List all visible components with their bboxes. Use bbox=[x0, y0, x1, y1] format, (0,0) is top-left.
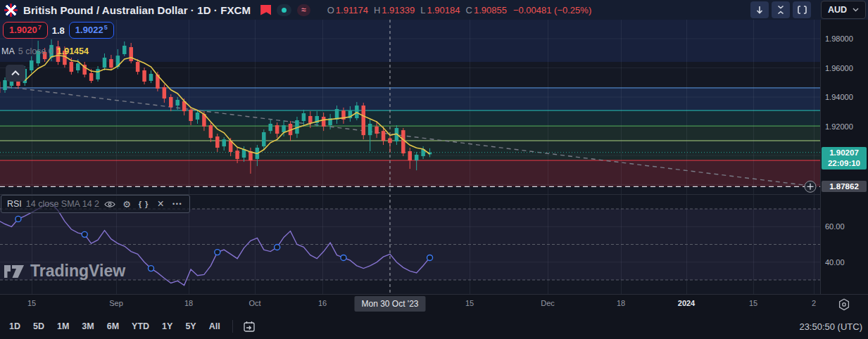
go-to-date-button[interactable] bbox=[239, 318, 260, 335]
range-button-3m[interactable]: 3M bbox=[75, 319, 100, 334]
candle-body bbox=[401, 130, 405, 153]
more-options-icon[interactable]: ••• bbox=[171, 200, 184, 207]
candle-body bbox=[103, 58, 107, 68]
bottom-toolbar: 1D5D1M3M6MYTD1Y5YAll 23:50:50 (UTC) bbox=[0, 314, 868, 339]
price-tick-label: 1.92000 bbox=[825, 122, 853, 131]
tradingview-chart-window: British Pound / Australian Dollar · 1D ·… bbox=[0, 0, 868, 339]
date-range-buttons: 1D5D1M3M6MYTD1Y5YAll bbox=[0, 319, 227, 334]
tradingview-logo-icon bbox=[4, 262, 25, 281]
ask-price-fraction: 5 bbox=[104, 23, 108, 32]
fullscreen-button[interactable] bbox=[793, 1, 811, 18]
rsi-marker[interactable] bbox=[82, 231, 87, 237]
bid-price: 1.9020 bbox=[9, 23, 37, 38]
candle-body bbox=[96, 69, 100, 79]
candle-body bbox=[196, 113, 200, 120]
candle-body bbox=[362, 105, 366, 135]
candle-body bbox=[109, 59, 113, 68]
price-tick-label: 1.96000 bbox=[825, 64, 853, 72]
chart-canvas[interactable] bbox=[0, 0, 820, 294]
candle-body bbox=[142, 70, 146, 82]
market-status-icon[interactable] bbox=[277, 4, 291, 16]
rsi-legend-name: RSI bbox=[7, 199, 22, 209]
price-tick-label: 1.98000 bbox=[825, 34, 853, 43]
ohlc-value: 1.91339 bbox=[382, 5, 415, 15]
candle-body bbox=[302, 113, 306, 121]
fxcm-exchange-logo-icon bbox=[260, 5, 271, 15]
currency-dropdown[interactable]: AUD bbox=[821, 1, 866, 19]
axis-settings-button[interactable] bbox=[830, 297, 858, 312]
delayed-data-icon[interactable]: ≈ bbox=[297, 4, 310, 16]
time-axis-label: 2024 bbox=[678, 299, 695, 307]
candle-body bbox=[222, 139, 226, 146]
ask-price: 1.9022 bbox=[75, 23, 103, 38]
tradingview-watermark: TradingView bbox=[4, 262, 125, 281]
time-axis[interactable]: 15Sep18Oct1615Dec182024152 Mon 30 Oct '2… bbox=[0, 294, 868, 315]
rsi-marker[interactable] bbox=[275, 245, 280, 250]
candle-body bbox=[308, 116, 313, 123]
bar-countdown: 22:09:10 bbox=[822, 158, 867, 169]
level-plus-handle[interactable] bbox=[805, 181, 816, 192]
spread-value: 1.8 bbox=[52, 25, 65, 36]
candle-body bbox=[175, 100, 180, 105]
ohlc-key: O bbox=[327, 5, 334, 15]
remove-indicator-icon[interactable]: × bbox=[154, 198, 167, 210]
candle-body bbox=[149, 74, 153, 81]
ohlc-value: 1.90855 bbox=[474, 5, 507, 15]
legend-collapse-button[interactable] bbox=[6, 65, 25, 82]
source-code-icon[interactable]: { } bbox=[137, 200, 150, 208]
last-price-label: 1.90207 22:09:10 bbox=[822, 147, 867, 170]
currency-dropdown-value: AUD bbox=[828, 5, 847, 15]
candle-body bbox=[268, 124, 272, 131]
crosshair-date-label: Mon 30 Oct '23 bbox=[355, 296, 426, 312]
rsi-legend-params: 14 close SMA 14 2 bbox=[26, 199, 99, 209]
ma-indicator-legend[interactable]: MA 5 close 0 1.91454 bbox=[1, 46, 89, 56]
range-button-1m[interactable]: 1M bbox=[51, 319, 75, 334]
settings-gear-icon[interactable]: ⚙ bbox=[120, 199, 133, 210]
bid-ask-panel: 1.90207 1.8 1.90225 bbox=[3, 22, 114, 39]
toolbar-divider bbox=[232, 320, 233, 333]
price-level-label: 1.87862 bbox=[822, 181, 867, 192]
rsi-indicator-legend[interactable]: RSI 14 close SMA 14 2 ⚙ { } × ••• bbox=[1, 195, 190, 213]
rsi-marker[interactable] bbox=[427, 255, 433, 260]
range-button-ytd[interactable]: YTD bbox=[125, 319, 156, 334]
range-button-all[interactable]: All bbox=[203, 319, 227, 334]
range-button-5d[interactable]: 5D bbox=[27, 319, 51, 334]
sell-button[interactable]: 1.90207 bbox=[3, 22, 48, 39]
range-button-6m[interactable]: 6M bbox=[101, 319, 125, 334]
range-button-5y[interactable]: 5Y bbox=[179, 319, 202, 334]
candle-body bbox=[382, 131, 386, 141]
time-axis-label: Sep bbox=[109, 299, 123, 307]
scroll-down-button[interactable] bbox=[750, 1, 769, 18]
range-button-1y[interactable]: 1Y bbox=[156, 319, 179, 334]
time-axis-label: 18 bbox=[184, 299, 193, 307]
live-dot-icon bbox=[282, 8, 287, 13]
buy-button[interactable]: 1.90225 bbox=[69, 22, 114, 39]
rsi-tick-label: 60.00 bbox=[825, 222, 845, 231]
rsi-marker[interactable] bbox=[148, 266, 153, 271]
candle-body bbox=[375, 127, 379, 134]
price-axis[interactable]: 1.980001.960001.940001.92000 60.0040.00 … bbox=[820, 20, 868, 294]
time-axis-label: 18 bbox=[617, 299, 625, 307]
collapse-pane-button[interactable] bbox=[772, 1, 790, 18]
visibility-eye-icon[interactable] bbox=[103, 200, 116, 208]
candle-body bbox=[189, 110, 193, 121]
time-axis-label: Oct bbox=[249, 299, 260, 307]
candle-body bbox=[136, 62, 140, 72]
candle-body bbox=[415, 155, 419, 160]
candle-body bbox=[163, 87, 167, 98]
ma-legend-value: 1.91454 bbox=[57, 46, 89, 56]
candle-body bbox=[408, 151, 413, 160]
candle-body bbox=[89, 73, 93, 81]
chevron-down-icon bbox=[853, 8, 859, 12]
range-button-1d[interactable]: 1D bbox=[3, 319, 27, 334]
session-clock[interactable]: 23:50:50 (UTC) bbox=[799, 321, 862, 332]
calendar-arrow-icon bbox=[243, 321, 256, 333]
symbol-title[interactable]: British Pound / Australian Dollar · 1D ·… bbox=[23, 4, 251, 16]
rsi-marker[interactable] bbox=[15, 216, 21, 222]
candle-body bbox=[215, 136, 220, 148]
ohlc-readout: O1.91174H1.91339L1.90184C1.90855−0.00481… bbox=[322, 5, 591, 15]
rsi-marker[interactable] bbox=[215, 250, 220, 255]
time-axis-label: 15 bbox=[27, 299, 36, 307]
rsi-marker[interactable] bbox=[341, 255, 346, 260]
ohlc-key: L bbox=[420, 5, 425, 15]
